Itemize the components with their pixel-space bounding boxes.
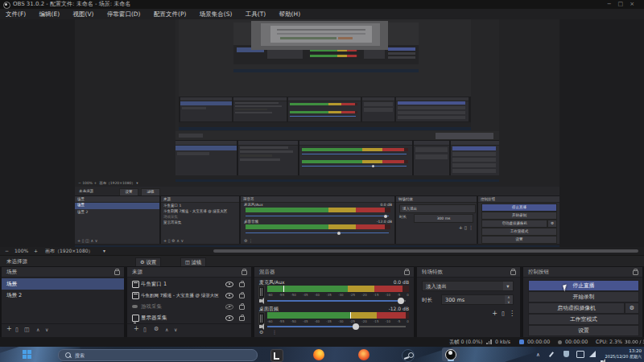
scene-up-button[interactable]: ∧ (36, 327, 39, 332)
taskbar-app-flame[interactable] (358, 349, 369, 360)
transition-select[interactable]: 淡入淡出▾ (422, 281, 514, 291)
spinner-arrows[interactable]: ∧∨ (505, 295, 513, 304)
tray-shield-icon[interactable] (564, 351, 569, 357)
transitions-buttons: + ▯ ⋮ (492, 310, 515, 317)
bitrate-signal-icon (486, 337, 493, 347)
advanced-audio-icon[interactable]: ⚙ (259, 329, 263, 335)
windows-start-button[interactable] (23, 350, 31, 359)
scene-item-1[interactable]: 场景 (2, 278, 124, 290)
tray-network-icon[interactable] (589, 351, 596, 357)
visibility-eye-icon[interactable] (225, 315, 233, 321)
menu-view[interactable]: 视图(V) (68, 9, 100, 19)
tray-pen-icon[interactable] (549, 352, 554, 356)
game-capture-icon (132, 305, 138, 308)
studio-mode-button[interactable]: 工作室模式 (528, 314, 639, 325)
lock-icon[interactable] (239, 316, 245, 321)
virtual-camera-settings-button[interactable]: ⚙ (625, 302, 639, 314)
sources-dock-header[interactable]: 来源 (127, 267, 251, 278)
chevron-down-icon[interactable]: ▾ (503, 282, 513, 290)
menu-docks[interactable]: 停靠窗口(D) (101, 9, 147, 19)
menu-edit[interactable]: 编辑(E) (34, 9, 66, 19)
settings-button[interactable]: 设置 (528, 325, 639, 336)
record-status-icon (558, 340, 562, 344)
windows-taskbar: 搜索 ∧ 13:20 2025/12/20 星期六 (0, 347, 644, 362)
zoom-level: 100% (14, 247, 28, 255)
docks-row: 场景 场景 场景 2 + ▯ ◫ ∧ ∨ 来源 斗鱼窗口 1 斗鱼剧网 7频道 (0, 266, 644, 337)
start-virtual-camera-button[interactable]: 启动虚拟摄像机 (528, 302, 625, 314)
scene-filters-button[interactable]: ◫ (24, 327, 30, 333)
remove-scene-button[interactable]: ▯ (15, 327, 19, 333)
remove-source-button[interactable]: ▯ (143, 327, 147, 333)
meter-scale-icon (258, 286, 265, 298)
taskbar-search-input[interactable]: 搜索 (58, 349, 258, 361)
menu-profile[interactable]: 配置文件(P) (148, 9, 192, 19)
taskbar-app-steam[interactable] (402, 349, 415, 362)
close-button[interactable]: × (630, 1, 641, 7)
remove-transition-button[interactable]: ▯ (502, 311, 505, 317)
add-transition-button[interactable]: + (492, 310, 497, 317)
speaker-icon[interactable] (259, 299, 262, 302)
duration-label: 时长 (422, 297, 432, 304)
lock-icon[interactable] (404, 270, 410, 275)
menu-scene-collection[interactable]: 场景集合(S) (194, 9, 238, 19)
fps: 30.00 / 30.00 FPS (625, 337, 644, 346)
volume-slider[interactable] (267, 326, 406, 327)
minimize-button[interactable]: − (607, 1, 618, 7)
lock-icon[interactable] (239, 294, 245, 298)
preview-horizontal-scrollbar[interactable] (213, 249, 638, 253)
add-source-button[interactable]: + (134, 325, 139, 332)
scenes-dock-header[interactable]: 场景 (2, 267, 124, 278)
menu-help[interactable]: 帮助(H) (274, 9, 307, 19)
menu-file[interactable]: 文件(F) (0, 9, 31, 19)
canvas-dropdown-arrow[interactable]: ▾ (103, 247, 105, 255)
taskbar-app-obs-active[interactable] (442, 348, 460, 361)
source-row[interactable]: 显示器采集 (127, 312, 251, 323)
lock-icon[interactable] (114, 270, 120, 275)
menu-bar: 文件(F) 编辑(E) 视图(V) 停靠窗口(D) 配置文件(P) 场景集合(S… (0, 9, 644, 20)
lock-icon[interactable] (242, 270, 247, 275)
taskbar-app-files[interactable] (270, 349, 283, 362)
preview-canvas[interactable]: − 100% + 画布（1920×1080） ▾ 未选择源 设置 滤镜 场景 场… (0, 19, 644, 247)
controls-dock-header[interactable]: 控制按钮 (523, 267, 642, 278)
speaker-icon[interactable] (259, 325, 262, 328)
source-row[interactable]: 斗鱼剧网 7频道 - 大宝直播 @ 绿茶大区 (127, 290, 251, 301)
source-up-button[interactable]: ∧ (165, 327, 168, 332)
volume-slider[interactable] (267, 300, 406, 302)
tray-volume-icon[interactable] (601, 352, 603, 362)
lock-icon[interactable] (239, 305, 245, 310)
scenes-dock: 场景 场景 场景 2 + ▯ ◫ ∧ ∨ (2, 267, 124, 337)
transitions-dock-header[interactable]: 转场特效 (417, 267, 520, 278)
lock-icon[interactable] (510, 270, 516, 275)
source-row[interactable]: 斗鱼窗口 1 (127, 278, 251, 290)
transitions-dock: 转场特效 淡入淡出▾ 时长 300 ms ∧∨ + ▯ ⋮ (417, 267, 520, 337)
visibility-eye-icon[interactable] (225, 282, 233, 287)
transition-menu-icon[interactable]: ⋮ (509, 310, 515, 317)
visibility-eye-off-icon[interactable] (225, 304, 233, 310)
taskbar-clock[interactable]: 13:20 2025/12/20 星期六 (605, 348, 642, 360)
visibility-eye-icon[interactable] (225, 293, 233, 298)
zoom-out-button[interactable]: − (5, 247, 9, 255)
mixer-dock-header[interactable]: 混音器 (254, 267, 414, 278)
duration-input[interactable]: 300 ms ∧∨ (441, 294, 514, 305)
scene-item-2[interactable]: 场景 2 (2, 290, 124, 301)
lock-icon[interactable] (239, 282, 245, 287)
mixer-dock: 混音器 麦克风/Aux 0.0 dB -60-55-50-45-40-35-30… (254, 267, 414, 337)
stop-streaming-button[interactable]: 停止直播 (528, 280, 639, 291)
lock-icon[interactable] (633, 270, 638, 275)
tray-display-icon[interactable] (576, 351, 584, 358)
menu-tools[interactable]: 工具(T) (240, 9, 271, 19)
add-scene-button[interactable]: + (6, 325, 12, 332)
tray-chevron-icon[interactable]: ∧ (536, 352, 540, 358)
zoom-in-button[interactable]: + (34, 247, 38, 255)
source-properties-button[interactable]: ⚙ (154, 326, 159, 332)
obs-icon (448, 351, 452, 355)
start-recording-button[interactable]: 开始录制 (528, 291, 639, 302)
bitrate: 0 kb/s (495, 337, 510, 347)
source-row[interactable]: 游戏采集 (127, 301, 251, 312)
mixer-menu-icon[interactable]: ⋮ (272, 329, 277, 335)
source-down-button[interactable]: ∨ (174, 327, 177, 332)
scene-down-button[interactable]: ∨ (45, 327, 48, 332)
maximize-button[interactable]: □ (618, 1, 630, 7)
taskbar-app-firefox[interactable] (313, 349, 324, 360)
window-source-icon (132, 281, 139, 288)
